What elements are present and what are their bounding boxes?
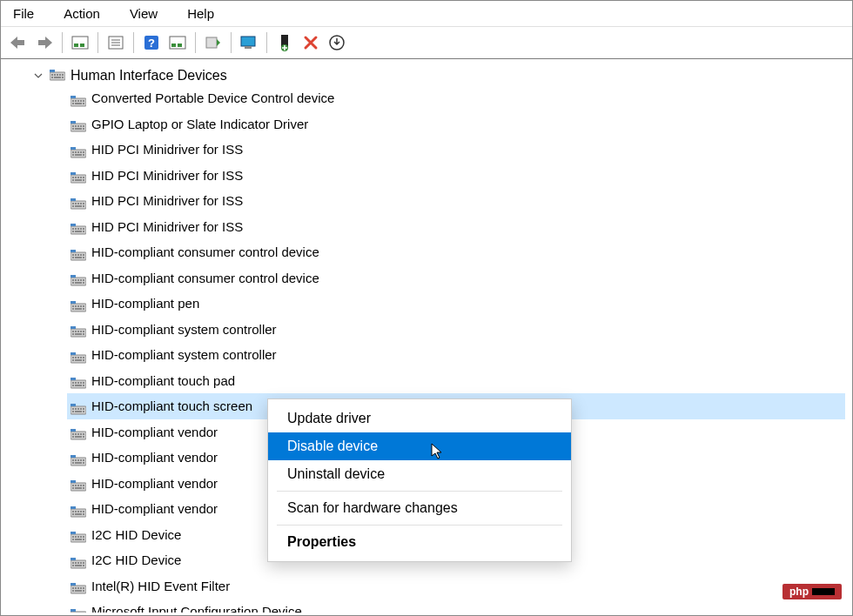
svg-rect-104 xyxy=(72,282,74,284)
svg-rect-88 xyxy=(71,252,86,260)
svg-rect-148 xyxy=(71,406,86,414)
disable-device-button[interactable] xyxy=(299,30,323,55)
watermark-block xyxy=(812,588,835,595)
context-update-driver[interactable]: Update driver xyxy=(268,405,571,432)
enable-device-button[interactable] xyxy=(272,30,297,55)
svg-rect-100 xyxy=(75,279,77,281)
svg-rect-163 xyxy=(83,433,84,435)
svg-rect-226 xyxy=(83,590,84,592)
svg-rect-97 xyxy=(71,250,76,252)
svg-rect-41 xyxy=(77,125,79,127)
svg-rect-172 xyxy=(80,459,82,461)
svg-rect-164 xyxy=(72,436,74,438)
tree-node[interactable]: HID PCI Minidriver for ISS xyxy=(67,163,845,189)
svg-rect-188 xyxy=(71,509,86,517)
svg-rect-222 xyxy=(80,587,82,589)
svg-rect-131 xyxy=(77,357,79,358)
context-uninstall-device[interactable]: Uninstall device xyxy=(268,460,571,488)
tree-node[interactable]: Converted Portable Device Control device xyxy=(67,85,845,111)
svg-rect-77 xyxy=(71,198,76,201)
tree-node[interactable]: HID-compliant system controller xyxy=(67,317,845,343)
svg-rect-59 xyxy=(72,177,74,178)
context-properties[interactable]: Properties xyxy=(268,528,571,556)
chevron-down-icon[interactable] xyxy=(32,70,44,82)
uninstall-device-button[interactable] xyxy=(325,30,349,55)
device-icon xyxy=(71,92,86,104)
tree-node-label: HID-compliant vendor xyxy=(91,472,218,495)
tree-node[interactable]: Microsoft Input Configuration Device xyxy=(67,599,845,613)
svg-rect-158 xyxy=(71,432,86,439)
svg-rect-198 xyxy=(71,534,86,542)
show-hide-console-tree-button[interactable] xyxy=(68,30,92,55)
context-separator xyxy=(277,491,562,492)
svg-rect-23 xyxy=(62,74,64,76)
svg-rect-140 xyxy=(75,382,77,384)
svg-rect-56 xyxy=(83,154,84,156)
tree-node[interactable]: HID-compliant consumer control device xyxy=(67,265,845,291)
svg-rect-70 xyxy=(75,203,77,204)
svg-rect-225 xyxy=(75,590,82,592)
svg-rect-32 xyxy=(80,100,82,102)
svg-rect-122 xyxy=(80,331,82,332)
update-driver-button[interactable] xyxy=(201,30,225,55)
svg-rect-155 xyxy=(75,411,82,412)
tree-node[interactable]: HID-compliant touch pad xyxy=(67,368,845,394)
svg-rect-33 xyxy=(83,100,84,102)
tree-node[interactable]: HID-compliant pen xyxy=(67,291,845,317)
tree-node[interactable]: HID PCI Minidriver for ISS xyxy=(67,214,845,240)
menu-action[interactable]: Action xyxy=(58,4,105,23)
svg-rect-67 xyxy=(71,172,76,175)
menu-help[interactable]: Help xyxy=(182,4,219,23)
properties-button[interactable] xyxy=(104,30,128,55)
svg-rect-167 xyxy=(71,429,76,432)
tree-node[interactable]: HID-compliant system controller xyxy=(67,342,845,368)
menu-view[interactable]: View xyxy=(124,4,163,23)
svg-rect-50 xyxy=(75,151,77,153)
svg-rect-85 xyxy=(75,231,82,232)
svg-rect-161 xyxy=(77,433,79,435)
svg-rect-125 xyxy=(75,333,82,335)
svg-rect-124 xyxy=(72,333,74,335)
tree-node-label: HID-compliant touch pad xyxy=(91,370,235,392)
device-icon xyxy=(71,452,86,464)
svg-rect-116 xyxy=(83,308,84,310)
tree-node-label: GPIO Laptop or Slate Indicator Driver xyxy=(91,113,308,136)
svg-rect-63 xyxy=(83,177,84,178)
svg-rect-180 xyxy=(75,485,77,486)
svg-rect-117 xyxy=(71,301,76,304)
svg-rect-218 xyxy=(71,586,86,593)
svg-rect-29 xyxy=(72,100,74,102)
context-disable-device[interactable]: Disable device xyxy=(268,432,571,460)
svg-rect-159 xyxy=(72,433,74,435)
tree-node-label: HID PCI Minidriver for ISS xyxy=(91,138,243,161)
svg-rect-38 xyxy=(71,124,86,131)
svg-rect-47 xyxy=(71,121,76,124)
help-button[interactable]: ? xyxy=(139,30,164,55)
svg-rect-72 xyxy=(80,203,82,204)
tree-node[interactable]: Intel(R) HID Event Filter xyxy=(67,573,845,599)
svg-rect-71 xyxy=(77,203,79,204)
svg-rect-179 xyxy=(72,485,74,486)
svg-rect-221 xyxy=(77,587,79,589)
svg-rect-212 xyxy=(80,562,82,564)
svg-rect-69 xyxy=(72,203,74,204)
svg-rect-133 xyxy=(83,357,84,358)
menu-file[interactable]: File xyxy=(8,4,39,23)
context-scan-hardware[interactable]: Scan for hardware changes xyxy=(268,494,571,522)
tree-node[interactable]: GPIO Laptop or Slate Indicator Driver xyxy=(67,111,845,137)
svg-rect-110 xyxy=(75,305,77,307)
svg-rect-99 xyxy=(72,279,74,281)
svg-rect-111 xyxy=(77,305,79,307)
tree-category-hid[interactable]: Human Interface Devices xyxy=(32,66,845,85)
forward-button[interactable] xyxy=(32,30,57,55)
svg-rect-115 xyxy=(75,308,82,310)
tree-node[interactable]: HID PCI Minidriver for ISS xyxy=(67,137,845,163)
tree-node[interactable]: HID-compliant consumer control device xyxy=(67,239,845,265)
back-button[interactable] xyxy=(6,30,30,55)
svg-rect-146 xyxy=(83,385,84,386)
tree-node[interactable]: HID PCI Minidriver for ISS xyxy=(67,188,845,214)
action-list-button[interactable] xyxy=(165,30,190,55)
scan-hardware-button[interactable] xyxy=(237,30,261,55)
svg-rect-102 xyxy=(80,279,82,281)
tree-node-label: HID PCI Minidriver for ISS xyxy=(91,164,243,187)
